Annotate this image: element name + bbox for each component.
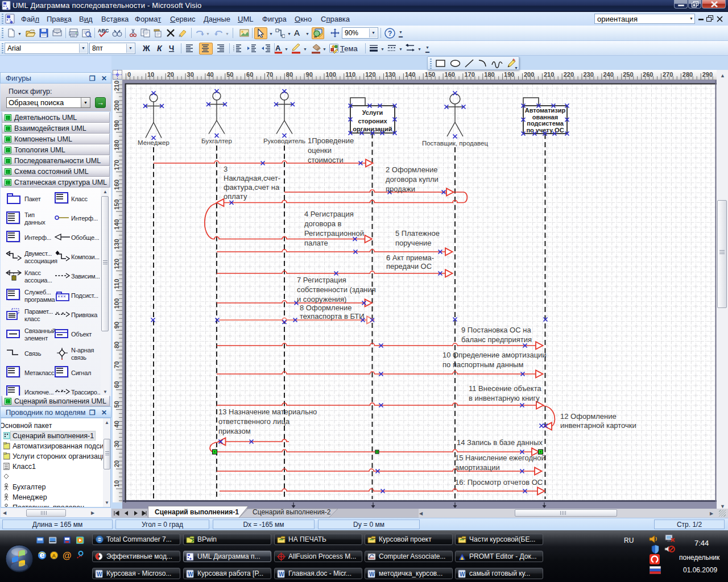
- svg-text:15 Начисление ежегодной: 15 Начисление ежегодной: [455, 454, 545, 462]
- svg-text:Автоматизир: Автоматизир: [525, 107, 566, 114]
- svg-text:ответственного лица: ответственного лица: [218, 417, 290, 426]
- svg-text:?: ?: [388, 30, 392, 38]
- svg-text:16: Просмотр отчетов ОС: 16: Просмотр отчетов ОС: [455, 478, 543, 487]
- svg-text:100: 100: [113, 298, 120, 309]
- svg-text:270: 270: [663, 71, 673, 78]
- svg-text:80: 80: [286, 71, 293, 78]
- svg-text:A: A: [52, 553, 56, 559]
- svg-text:2 Оформление: 2 Оформление: [386, 165, 438, 174]
- svg-text:приказом: приказом: [218, 427, 251, 435]
- svg-text:передачи ОС: передачи ОС: [386, 262, 432, 271]
- svg-text:130: 130: [385, 71, 395, 78]
- svg-text:амортизации: амортизации: [455, 463, 500, 472]
- svg-text:20: 20: [167, 71, 174, 78]
- svg-text:ованная: ованная: [532, 114, 558, 120]
- svg-text:Поставщик, продавец: Поставщик, продавец: [422, 140, 489, 147]
- svg-text:5 Платежное: 5 Платежное: [395, 229, 440, 238]
- svg-text:@: @: [63, 551, 72, 560]
- svg-text:170: 170: [464, 71, 474, 78]
- svg-text:180: 180: [113, 140, 120, 150]
- svg-text:200: 200: [113, 100, 120, 110]
- svg-text:190: 190: [113, 120, 120, 130]
- svg-text:Руководитель: Руководитель: [263, 138, 305, 144]
- svg-text:150: 150: [425, 71, 435, 78]
- svg-text:60: 60: [113, 381, 120, 388]
- svg-text:стороних: стороних: [358, 118, 387, 124]
- svg-text:6 Акт приема-: 6 Акт приема-: [386, 253, 434, 262]
- svg-text:Услуги: Услуги: [362, 109, 383, 116]
- svg-text:150: 150: [113, 199, 120, 210]
- svg-text:К: К: [157, 44, 163, 53]
- svg-text:Сценарий выполнения-2: Сценарий выполнения-2: [253, 508, 331, 516]
- svg-text:оплату: оплату: [224, 192, 247, 201]
- svg-text:40: 40: [113, 421, 120, 427]
- svg-text:и сооружения): и сооружения): [297, 295, 346, 304]
- svg-text:100: 100: [326, 71, 336, 78]
- svg-text:поручение: поручение: [395, 239, 432, 247]
- svg-text:договора купли: договора купли: [386, 175, 439, 184]
- svg-text:W: W: [369, 571, 375, 577]
- svg-text:120: 120: [113, 259, 120, 269]
- svg-text:80: 80: [113, 342, 120, 348]
- svg-text:Регистрационной: Регистрационной: [304, 229, 364, 238]
- svg-text:140: 140: [405, 71, 415, 78]
- svg-text:W: W: [460, 571, 465, 577]
- svg-text:10 Определение амортизации: 10 Определение амортизации: [442, 351, 547, 359]
- svg-text:200: 200: [524, 71, 534, 78]
- svg-text:50: 50: [226, 71, 233, 78]
- svg-text:1Проведение: 1Проведение: [308, 136, 354, 145]
- svg-text:110: 110: [345, 71, 355, 78]
- svg-text:договора в: договора в: [304, 219, 342, 228]
- svg-text:10: 10: [113, 480, 120, 487]
- svg-text:14 Запись в базе данных: 14 Запись в базе данных: [457, 438, 543, 447]
- svg-text:3: 3: [224, 165, 228, 173]
- svg-text:W: W: [188, 571, 193, 577]
- svg-text:Ч: Ч: [169, 44, 174, 52]
- svg-text:280: 280: [682, 71, 693, 78]
- svg-text:продажи: продажи: [386, 185, 415, 193]
- svg-text:9 Постановка ОС на: 9 Постановка ОС на: [461, 326, 531, 334]
- svg-text:W: W: [279, 571, 284, 577]
- svg-text:230: 230: [584, 71, 594, 78]
- svg-text:290: 290: [702, 71, 713, 78]
- svg-text:Ж: Ж: [142, 44, 150, 53]
- svg-text:210: 210: [544, 71, 554, 78]
- svg-text:110: 110: [113, 279, 120, 289]
- svg-text:140: 140: [113, 219, 120, 230]
- svg-text:8 Оформление: 8 Оформление: [300, 304, 352, 312]
- svg-text:250: 250: [623, 71, 633, 78]
- svg-text:60: 60: [246, 71, 253, 78]
- svg-text:Бухгалтер: Бухгалтер: [201, 138, 232, 144]
- svg-text:4 Регистрация: 4 Регистрация: [304, 210, 354, 218]
- svg-text:70: 70: [113, 361, 120, 368]
- svg-text:240: 240: [603, 71, 613, 78]
- svg-text:0: 0: [127, 71, 131, 78]
- svg-text:260: 260: [643, 71, 653, 78]
- svg-text:7 Регистрация: 7 Регистрация: [297, 276, 346, 284]
- svg-text:организаций: организаций: [353, 126, 392, 132]
- svg-text:стоимости: стоимости: [308, 156, 344, 164]
- svg-text:техпаспорта в БТИ: техпаспорта в БТИ: [300, 312, 365, 321]
- svg-text:210: 210: [113, 81, 120, 91]
- svg-text:оценки: оценки: [308, 146, 332, 155]
- svg-text:170: 170: [113, 160, 120, 170]
- svg-text:12 Оформление: 12 Оформление: [560, 412, 617, 421]
- svg-text:11 Внесение объекта: 11 Внесение объекта: [469, 384, 541, 393]
- svg-text:10: 10: [147, 71, 154, 78]
- svg-text:50: 50: [113, 401, 120, 408]
- svg-text:в инвентарную книгу: в инвентарную книгу: [469, 394, 540, 402]
- svg-text:по паспортным данным: по паспортным данным: [442, 360, 523, 369]
- svg-text:палате: палате: [304, 239, 328, 247]
- svg-text:A: A: [275, 44, 281, 52]
- svg-text:180: 180: [484, 71, 494, 78]
- svg-text:20: 20: [113, 460, 120, 467]
- svg-text:120: 120: [365, 71, 375, 78]
- svg-text:по учету ОС: по учету ОС: [526, 127, 564, 134]
- svg-text:Сценарий выполнения-1: Сценарий выполнения-1: [155, 508, 239, 516]
- svg-text:инвентарной карточки: инвентарной карточки: [560, 421, 636, 430]
- svg-text:Менеджер: Менеджер: [138, 139, 169, 146]
- svg-text:собственности (здания: собственности (здания: [297, 285, 376, 294]
- svg-text:баланс предприятия: баланс предприятия: [461, 335, 532, 344]
- svg-text:220: 220: [564, 71, 574, 78]
- svg-text:13 Назначение материально: 13 Назначение материально: [218, 408, 317, 416]
